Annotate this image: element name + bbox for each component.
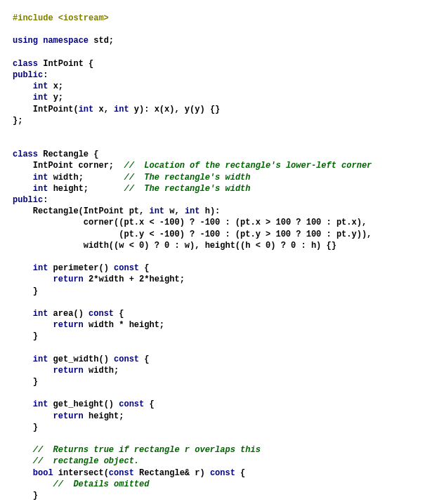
member-width: width; <box>53 173 84 183</box>
fn-intersect: intersect( <box>53 468 109 478</box>
kw-return: return <box>53 274 84 284</box>
kw-int: int <box>33 309 48 319</box>
member-height: height; <box>53 184 89 194</box>
ctor-intpoint: y): x(x), y(y) {} <box>129 105 221 114</box>
return-height: height; <box>84 411 124 421</box>
kw-return: return <box>53 411 84 421</box>
kw-namespace: namespace <box>43 36 89 46</box>
ctor-rectangle: h): <box>200 206 220 216</box>
kw-return: return <box>53 366 84 376</box>
kw-int: int <box>33 354 48 364</box>
preprocessor-line: #include <iostream> <box>13 13 109 23</box>
fn-getheight: { <box>144 399 154 409</box>
kw-const: const <box>89 309 114 319</box>
kw-int: int <box>114 105 129 114</box>
ctor-intpoint: IntPoint( <box>33 105 79 114</box>
kw-bool: bool <box>33 468 53 478</box>
comment-intersect: // Returns true if rectangle r overlaps … <box>33 445 261 455</box>
kw-const: const <box>119 399 144 409</box>
kw-class: class <box>13 59 38 69</box>
fn-perimeter: perimeter() <box>48 263 114 273</box>
kw-int: int <box>79 105 94 114</box>
return-width: width; <box>84 366 119 376</box>
kw-using: using <box>13 36 38 46</box>
return-perimeter: 2*width + 2*height; <box>84 274 185 284</box>
kw-int: int <box>185 206 200 216</box>
comment-corner: // Location of the rectangle's lower-lef… <box>124 161 372 171</box>
kw-int: int <box>33 173 48 183</box>
close-brace: } <box>33 423 38 432</box>
fn-intersect: { <box>235 468 245 478</box>
fn-getwidth: { <box>139 354 149 364</box>
comment-omitted: // Details omitted <box>53 479 150 489</box>
colon: : <box>43 195 48 205</box>
ns-std: std; <box>93 36 114 46</box>
class-rectangle: Rectangle { <box>43 150 98 159</box>
kw-const: const <box>109 468 134 478</box>
close-brace: } <box>33 491 38 500</box>
fn-perimeter: { <box>139 263 149 273</box>
member-y: y; <box>53 93 63 102</box>
member-x: x; <box>53 81 63 91</box>
kw-const: const <box>114 263 139 273</box>
initlist-corner: corner((pt.x < -100) ? -100 : (pt.x > 10… <box>84 218 367 227</box>
kw-int: int <box>33 81 48 91</box>
kw-public: public <box>13 70 43 80</box>
fn-getwidth: get_width() <box>48 354 114 364</box>
colon: : <box>43 70 48 80</box>
return-area: width * height; <box>84 320 164 330</box>
ctor-rectangle: w, <box>164 206 185 216</box>
close-brace: } <box>33 331 38 341</box>
kw-class: class <box>13 150 38 159</box>
close-brace: } <box>33 286 38 296</box>
close-class: }; <box>13 116 22 126</box>
fn-intersect: Rectangle& r) <box>134 468 210 478</box>
kw-int: int <box>33 184 48 194</box>
fn-area: area() <box>48 309 89 319</box>
initlist-corner: (pt.y < -100) ? -100 : (pt.y > 100 ? 100… <box>119 230 372 239</box>
code-block: #include <iostream> using namespace std;… <box>13 13 412 504</box>
comment-intersect: // rectangle object. <box>33 456 139 466</box>
close-brace: } <box>33 377 38 387</box>
kw-const: const <box>114 354 139 364</box>
member-corner: IntPoint corner; <box>33 161 114 171</box>
comment-width: // The rectangle's width <box>124 173 250 183</box>
kw-int: int <box>33 263 48 273</box>
kw-public: public <box>13 195 43 205</box>
ctor-rectangle: Rectangle(IntPoint pt, <box>33 206 150 216</box>
class-intpoint: IntPoint { <box>43 59 93 69</box>
fn-getheight: get_height() <box>48 399 119 409</box>
fn-area: { <box>114 309 124 319</box>
kw-const: const <box>210 468 235 478</box>
kw-int: int <box>149 206 164 216</box>
initlist-wh: width((w < 0) ? 0 : w), height((h < 0) ?… <box>84 241 336 251</box>
kw-int: int <box>33 399 48 409</box>
kw-return: return <box>53 320 84 330</box>
comment-height: // The rectangle's width <box>124 184 250 194</box>
ctor-intpoint: x, <box>93 105 114 114</box>
kw-int: int <box>33 93 48 102</box>
